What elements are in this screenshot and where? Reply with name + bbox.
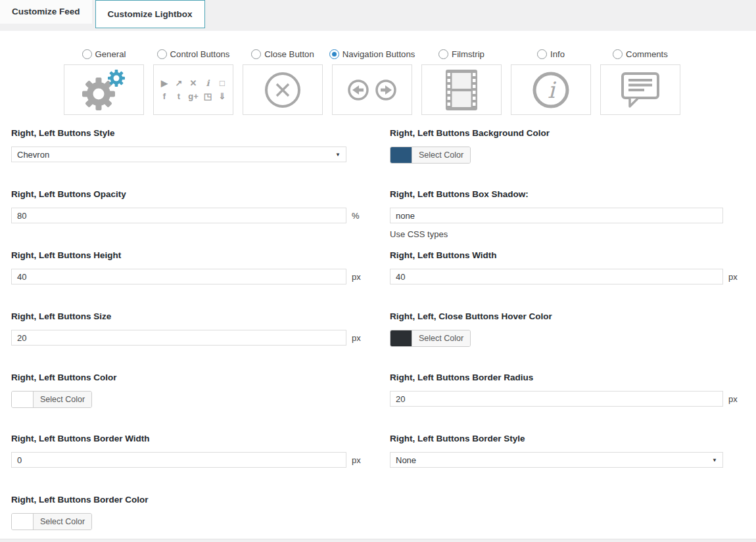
field-label: Right, Left Buttons Height — [11, 250, 363, 260]
share-icon: ◳ — [204, 92, 212, 101]
tab-bar: Customize Feed Customize Lightbox — [0, 0, 756, 31]
unit-label: px — [352, 272, 361, 282]
field-label: Right, Left Buttons Box Shadow: — [390, 189, 738, 199]
buttons-style-select[interactable]: Chevron ▼ — [11, 147, 346, 162]
radio-circle-icon — [537, 49, 547, 59]
border-style-select[interactable]: None ▼ — [390, 452, 723, 468]
field-label: Right, Left Buttons Background Color — [390, 128, 738, 138]
twitter-icon: t — [177, 92, 180, 101]
select-color-label: Select Color — [34, 514, 91, 530]
radio-label: Control Buttons — [170, 49, 230, 59]
navigation-buttons-settings-form: Right, Left Buttons Style Chevron ▼ Righ… — [0, 115, 756, 532]
field-background-color: Right, Left Buttons Background Color Sel… — [390, 128, 738, 189]
gear-icon — [80, 69, 128, 111]
icon-box-info[interactable]: i — [511, 64, 591, 115]
select-value: Chevron — [17, 150, 49, 160]
radio-circle-icon — [613, 49, 623, 59]
radio-close-button[interactable]: Close Button — [251, 49, 314, 59]
field-buttons-width: Right, Left Buttons Width px — [390, 250, 738, 311]
unit-label: px — [352, 333, 361, 343]
play-icon: ▶ — [161, 79, 168, 88]
unit-label: px — [728, 394, 738, 404]
icon-box-control-buttons[interactable]: ▶ ↗ ✕ i □ f t g+ ◳ ⇓ — [153, 64, 233, 115]
section-close-button: Close Button — [243, 49, 323, 115]
radio-label: Comments — [626, 49, 668, 59]
radio-label: Navigation Buttons — [343, 49, 415, 59]
tab-customize-feed[interactable]: Customize Feed — [0, 0, 92, 24]
radio-comments[interactable]: Comments — [613, 49, 668, 59]
filmstrip-icon — [440, 68, 483, 112]
googleplus-icon: g+ — [188, 92, 199, 101]
radio-control-buttons[interactable]: Control Buttons — [157, 49, 230, 59]
color-swatch — [12, 392, 34, 407]
field-hover-color: Right, Left, Close Buttons Hover Color S… — [390, 311, 738, 373]
tab-customize-lightbox[interactable]: Customize Lightbox — [95, 0, 205, 28]
border-width-input[interactable] — [11, 452, 346, 468]
empty-cell — [390, 495, 738, 532]
hover-color-picker-button[interactable]: Select Color — [390, 330, 471, 347]
unit-label: px — [728, 272, 738, 282]
field-buttons-height: Right, Left Buttons Height px — [11, 250, 363, 311]
buttons-color-picker-button[interactable]: Select Color — [11, 391, 92, 408]
radio-general[interactable]: General — [82, 49, 126, 59]
icon-box-filmstrip[interactable] — [421, 64, 502, 115]
field-label: Right, Left Buttons Size — [11, 311, 363, 321]
nav-arrows-icon — [346, 78, 398, 102]
field-label: Right, Left, Close Buttons Hover Color — [390, 311, 738, 321]
collapse-icon: ✕ — [190, 79, 197, 88]
field-label: Right, Left Buttons Border Width — [11, 434, 363, 443]
expand-icon: ↗ — [176, 79, 183, 88]
chevron-down-icon: ▼ — [712, 457, 717, 463]
comment-bubble-icon — [620, 71, 661, 109]
buttons-height-input[interactable] — [11, 269, 346, 284]
field-label: Right, Left Buttons Color — [11, 373, 363, 382]
select-color-label: Select Color — [412, 330, 470, 346]
radio-circle-icon — [329, 49, 339, 59]
icon-box-comments[interactable] — [600, 64, 680, 115]
control-buttons-icons: ▶ ↗ ✕ i □ f t g+ ◳ ⇓ — [160, 79, 227, 101]
chevron-down-icon: ▼ — [335, 152, 341, 158]
box-shadow-input[interactable] — [390, 208, 723, 223]
section-navigation-buttons: Navigation Buttons — [332, 49, 412, 115]
section-info: Info i — [511, 49, 591, 115]
field-border-color: Right, Left Buttons Border Color Select … — [11, 495, 363, 532]
icon-box-close-button[interactable] — [243, 64, 323, 115]
buttons-width-input[interactable] — [390, 269, 723, 284]
background-color-picker-button[interactable]: Select Color — [390, 147, 471, 164]
radio-info[interactable]: Info — [537, 49, 565, 59]
info-icon: i — [206, 79, 210, 88]
close-circle-icon — [263, 70, 302, 110]
svg-text:i: i — [548, 77, 557, 103]
radio-label: Close Button — [264, 49, 314, 59]
color-swatch — [390, 147, 412, 163]
field-label: Right, Left Buttons Border Style — [390, 434, 738, 443]
field-box-shadow: Right, Left Buttons Box Shadow: Use CSS … — [390, 189, 738, 250]
radio-circle-icon — [251, 49, 261, 59]
color-swatch — [390, 330, 412, 346]
icon-box-general[interactable] — [64, 64, 144, 115]
lightbox-section-chooser: General — [64, 31, 756, 115]
opacity-input[interactable] — [11, 208, 346, 223]
radio-filmstrip[interactable]: Filmstrip — [438, 49, 484, 59]
radio-label: General — [95, 49, 126, 59]
field-buttons-color: Right, Left Buttons Color Select Color — [11, 373, 363, 434]
unit-label: px — [352, 455, 361, 465]
field-label: Right, Left Buttons Width — [390, 250, 738, 260]
radio-circle-icon — [82, 49, 92, 59]
field-label: Right, Left Buttons Border Radius — [390, 373, 738, 382]
radio-navigation-buttons[interactable]: Navigation Buttons — [329, 49, 415, 59]
select-color-label: Select Color — [412, 147, 470, 163]
buttons-size-input[interactable] — [11, 330, 346, 346]
border-color-picker-button[interactable]: Select Color — [11, 513, 92, 530]
section-filmstrip: Filmstrip — [421, 49, 502, 115]
section-general: General — [64, 49, 144, 115]
field-border-radius: Right, Left Buttons Border Radius px — [390, 373, 738, 434]
info-circle-icon: i — [531, 70, 571, 110]
border-radius-input[interactable] — [390, 391, 723, 407]
field-border-style: Right, Left Buttons Border Style None ▼ — [390, 434, 738, 495]
radio-circle-icon — [157, 49, 167, 59]
field-opacity: Right, Left Buttons Opacity % — [11, 189, 363, 250]
icon-box-navigation-buttons[interactable] — [332, 64, 412, 115]
field-label: Right, Left Buttons Opacity — [11, 189, 363, 199]
field-label: Right, Left Buttons Style — [11, 128, 363, 138]
